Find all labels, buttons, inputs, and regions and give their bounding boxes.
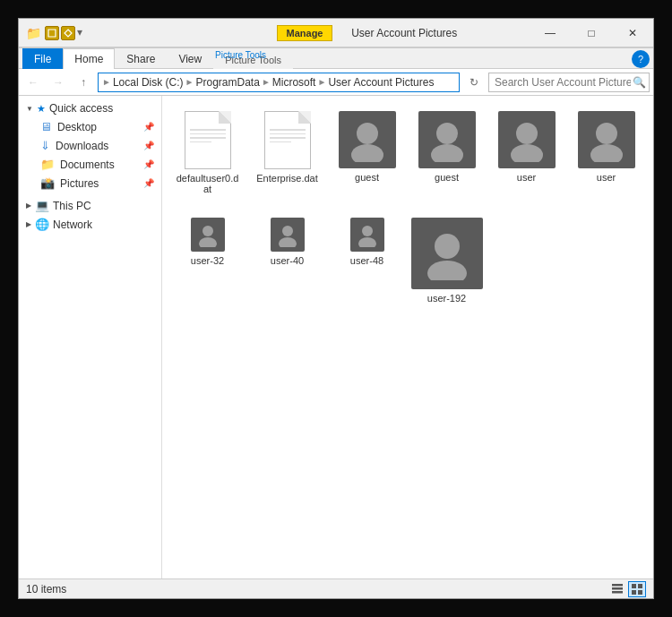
details-view-button[interactable] bbox=[608, 581, 626, 597]
titlebar-left: 📁 ▾ bbox=[26, 26, 277, 40]
main-area: ▼ ★ Quick access 🖥 Desktop 📌 ⇓ Downloads… bbox=[19, 96, 653, 578]
avatar-icon-user192 bbox=[411, 218, 483, 289]
documents-icon: 📁 bbox=[40, 158, 55, 171]
titlebar: 📁 ▾ Manage User Account Pictures — □ ✕ bbox=[19, 19, 653, 47]
file-item-defaultuser0[interactable]: defaultuser0.dat bbox=[169, 103, 246, 202]
file-item-guest1[interactable]: guest bbox=[329, 103, 405, 202]
svg-point-6 bbox=[596, 123, 617, 144]
folder-icon: 📁 bbox=[26, 26, 41, 40]
file-label-guest1: guest bbox=[355, 172, 379, 183]
minimize-button[interactable]: — bbox=[530, 19, 571, 47]
file-label-user40: user-40 bbox=[271, 255, 304, 266]
sidebar: ▼ ★ Quick access 🖥 Desktop 📌 ⇓ Downloads… bbox=[19, 96, 162, 578]
svg-point-15 bbox=[427, 261, 467, 280]
item-count: 10 items bbox=[26, 583, 66, 596]
avatar-icon-wrapper-user192 bbox=[411, 218, 483, 289]
sidebar-item-pictures[interactable]: 📸 Pictures 📌 bbox=[19, 174, 161, 193]
addressbar: ← → ↑ ► Local Disk (C:) ► ProgramData ► … bbox=[19, 69, 653, 96]
address-bar[interactable]: ► Local Disk (C:) ► ProgramData ► Micros… bbox=[98, 73, 460, 92]
svg-point-12 bbox=[362, 226, 373, 236]
path-segment-3: Microsoft bbox=[272, 76, 316, 89]
file-item-user48[interactable]: user-48 bbox=[329, 210, 405, 312]
network-icon: 🌐 bbox=[35, 218, 49, 231]
file-label-defaultuser0: defaultuser0.dat bbox=[174, 173, 241, 194]
path-arrow-2: ► bbox=[262, 77, 271, 87]
chevron-network: ▶ bbox=[26, 220, 31, 228]
avatar-icon-guest1 bbox=[339, 111, 396, 168]
pin-icon-downloads: 📌 bbox=[143, 141, 154, 150]
avatar-icon-guest2 bbox=[418, 111, 476, 168]
picture-tools-label: Picture Tools bbox=[211, 49, 270, 61]
file-item-user32[interactable]: user-32 bbox=[169, 210, 246, 312]
maximize-button[interactable]: □ bbox=[571, 19, 612, 47]
avatar-icon-wrapper-user2 bbox=[578, 111, 635, 168]
file-label-enterprise: Enterprise.dat bbox=[256, 173, 317, 184]
dat-icon-wrapper-2 bbox=[264, 111, 311, 169]
file-item-user40[interactable]: user-40 bbox=[249, 210, 325, 312]
quick-access-header[interactable]: ▼ ★ Quick access bbox=[19, 99, 161, 117]
path-segment-4: User Account Pictures bbox=[328, 76, 434, 89]
file-item-user192[interactable]: user-192 bbox=[409, 210, 485, 312]
svg-point-10 bbox=[282, 226, 293, 236]
search-container: 🔍 bbox=[488, 73, 650, 92]
svg-point-9 bbox=[199, 237, 217, 247]
sidebar-this-pc[interactable]: ▶ 💻 This PC bbox=[19, 196, 161, 215]
file-label-user192: user-192 bbox=[427, 293, 466, 304]
qa-icon-2[interactable] bbox=[61, 26, 75, 40]
sidebar-network[interactable]: ▶ 🌐 Network bbox=[19, 215, 161, 234]
svg-rect-21 bbox=[632, 590, 636, 595]
svg-point-14 bbox=[435, 234, 460, 259]
refresh-button[interactable]: ↻ bbox=[463, 72, 485, 93]
svg-point-0 bbox=[357, 123, 378, 144]
forward-button[interactable]: → bbox=[47, 72, 69, 93]
search-input[interactable] bbox=[488, 73, 650, 92]
avatar-icon-user32 bbox=[191, 218, 225, 252]
file-label-user2: user bbox=[597, 172, 616, 183]
tab-home[interactable]: Home bbox=[63, 48, 115, 69]
sidebar-pictures-label: Pictures bbox=[60, 177, 99, 190]
path-segment-1: Local Disk (C:) bbox=[113, 76, 184, 89]
file-item-enterprise[interactable]: Enterprise.dat bbox=[249, 103, 325, 202]
path-segment-2: ProgramData bbox=[196, 76, 260, 89]
file-item-user2[interactable]: user bbox=[568, 103, 644, 202]
avatar-icon-user48 bbox=[350, 218, 384, 252]
tab-share[interactable]: Share bbox=[115, 48, 167, 69]
tab-view[interactable]: View bbox=[167, 48, 213, 69]
svg-point-5 bbox=[511, 144, 543, 162]
file-item-guest2[interactable]: guest bbox=[409, 103, 485, 202]
dat-file-icon-1 bbox=[185, 111, 231, 169]
this-pc-label: This PC bbox=[53, 200, 91, 212]
quick-access-label: Quick access bbox=[49, 102, 113, 115]
dropdown-arrow[interactable]: ▾ bbox=[77, 26, 82, 40]
path-arrow-1: ► bbox=[185, 77, 194, 87]
pin-icon-pictures: 📌 bbox=[143, 178, 154, 188]
file-area: defaultuser0.dat bbox=[162, 96, 653, 578]
svg-point-3 bbox=[431, 144, 463, 162]
avatar-icon-wrapper-user32 bbox=[191, 218, 225, 252]
file-explorer-window: 📁 ▾ Manage User Account Pictures — □ ✕ P… bbox=[18, 18, 654, 599]
network-label: Network bbox=[53, 219, 92, 231]
svg-rect-19 bbox=[632, 584, 636, 588]
svg-point-13 bbox=[358, 237, 376, 247]
tab-file[interactable]: File bbox=[22, 48, 63, 69]
svg-point-11 bbox=[279, 237, 297, 247]
svg-point-4 bbox=[516, 123, 538, 144]
svg-point-7 bbox=[590, 144, 623, 162]
help-button[interactable]: ? bbox=[632, 50, 650, 68]
close-button[interactable]: ✕ bbox=[612, 19, 653, 47]
svg-point-1 bbox=[351, 144, 383, 162]
file-label-user1: user bbox=[517, 172, 536, 183]
avatar-icon-user40 bbox=[271, 218, 305, 252]
large-icons-view-button[interactable] bbox=[628, 581, 646, 597]
qa-icon-1[interactable] bbox=[45, 26, 59, 40]
up-button[interactable]: ↑ bbox=[73, 72, 94, 93]
file-item-user1[interactable]: user bbox=[488, 103, 564, 202]
sidebar-item-downloads[interactable]: ⇓ Downloads 📌 bbox=[19, 136, 161, 155]
sidebar-item-desktop[interactable]: 🖥 Desktop 📌 bbox=[19, 117, 161, 136]
sidebar-item-documents[interactable]: 📁 Documents 📌 bbox=[19, 155, 161, 174]
svg-rect-17 bbox=[612, 587, 623, 590]
svg-rect-20 bbox=[638, 584, 642, 588]
avatar-icon-user1 bbox=[498, 111, 556, 168]
window-controls: — □ ✕ bbox=[530, 19, 653, 47]
back-button[interactable]: ← bbox=[22, 72, 44, 93]
